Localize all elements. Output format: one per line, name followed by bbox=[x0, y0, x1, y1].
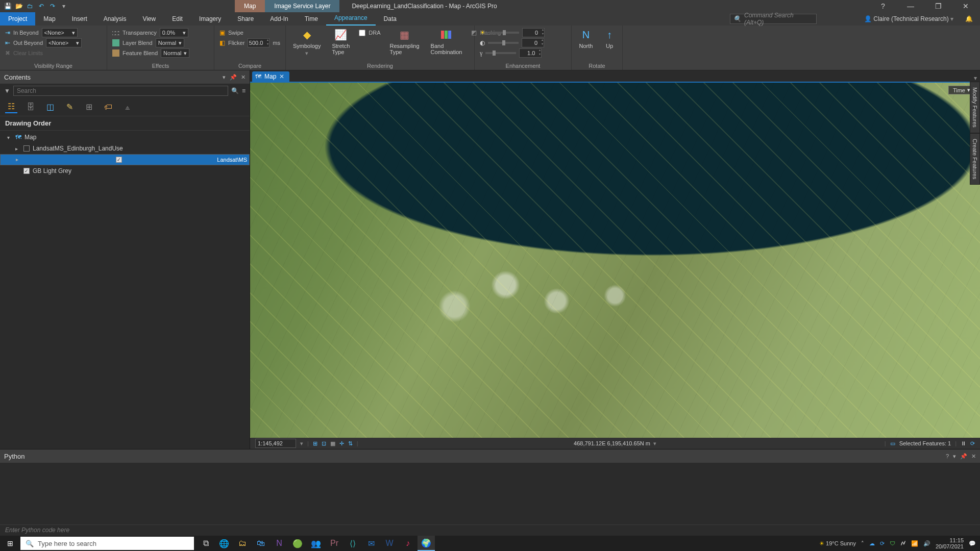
layer-visibility-checkbox[interactable]: ✓ bbox=[116, 157, 122, 163]
list-by-editing-button[interactable]: ✎ bbox=[63, 101, 76, 113]
pane-close-icon[interactable]: ✕ bbox=[971, 453, 976, 460]
tab-time[interactable]: Time bbox=[297, 12, 326, 26]
tray-volume-icon[interactable]: 🔊 bbox=[923, 540, 930, 547]
stretch-type-button[interactable]: 📈Stretch Type bbox=[330, 28, 352, 55]
status-tool-3[interactable]: ▦ bbox=[330, 440, 335, 447]
close-button[interactable]: ✕ bbox=[957, 0, 975, 12]
transparency-select[interactable]: 0.0%▾ bbox=[160, 28, 188, 37]
help-button[interactable]: ? bbox=[874, 0, 892, 12]
list-by-perspective-button[interactable]: ⟁ bbox=[121, 101, 134, 113]
app-word[interactable]: W bbox=[381, 536, 398, 551]
create-features-tab[interactable]: Create Features bbox=[970, 133, 980, 185]
app-outlook[interactable]: ✉ bbox=[362, 536, 380, 551]
rotate-north-button[interactable]: NNorth bbox=[577, 28, 595, 49]
tray-av-icon[interactable]: 🛡 bbox=[890, 540, 895, 546]
minimize-button[interactable]: — bbox=[901, 0, 920, 12]
tray-chevron-icon[interactable]: ˄ bbox=[861, 540, 864, 547]
contents-search-input[interactable] bbox=[13, 86, 228, 96]
tab-share[interactable]: Share bbox=[229, 12, 262, 26]
app-premiere[interactable]: Pr bbox=[326, 536, 343, 551]
pause-drawing-icon[interactable]: ⏸ bbox=[961, 440, 966, 446]
tray-sync-icon[interactable]: ⟳ bbox=[880, 540, 885, 547]
status-tool-2[interactable]: ⊡ bbox=[322, 440, 326, 447]
status-tool-1[interactable]: ⊞ bbox=[313, 440, 317, 447]
weather-widget[interactable]: ☀ 19°C Sunny bbox=[819, 540, 856, 547]
app-arcgis-pro[interactable]: 🌍 bbox=[418, 536, 435, 551]
flicker-button[interactable]: Flicker bbox=[228, 40, 244, 46]
tray-wifi-icon[interactable]: 📶 bbox=[911, 540, 918, 547]
tab-analysis[interactable]: Analysis bbox=[95, 12, 135, 26]
python-output[interactable] bbox=[0, 463, 980, 524]
action-center-icon[interactable]: 💬 bbox=[969, 540, 976, 547]
expand-icon[interactable]: ▸ bbox=[16, 156, 21, 164]
modify-features-tab[interactable]: Modify Features bbox=[970, 82, 980, 133]
collapse-icon[interactable]: ▾ bbox=[7, 135, 12, 140]
resampling-type-button[interactable]: ▦Resampling Type bbox=[388, 28, 422, 55]
layer-visibility-checkbox[interactable]: ✓ bbox=[23, 168, 30, 174]
search-menu-icon[interactable]: ≡ bbox=[242, 87, 246, 94]
tab-imagery[interactable]: Imagery bbox=[191, 12, 229, 26]
list-by-selection-button[interactable]: ◫ bbox=[44, 101, 56, 113]
scale-input[interactable]: 1:145,492 bbox=[255, 439, 296, 448]
contrast-slider[interactable] bbox=[488, 42, 519, 44]
flicker-value[interactable]: 500.0 bbox=[248, 38, 270, 47]
contrast-value[interactable]: 0 bbox=[522, 38, 544, 47]
feature-blend-select[interactable]: Normal▾ bbox=[161, 48, 189, 58]
tray-clock[interactable]: 11:15 20/07/2021 bbox=[936, 537, 964, 549]
taskbar-search[interactable]: 🔍 Type here to search bbox=[20, 537, 194, 550]
notifications-button[interactable]: 🔔 bbox=[965, 12, 973, 26]
tray-battery-icon[interactable]: 🗲 bbox=[900, 540, 906, 546]
search-icon[interactable]: 🔍 bbox=[231, 87, 239, 94]
app-teams[interactable]: 👥 bbox=[307, 536, 325, 551]
filter-icon[interactable]: ▼ bbox=[4, 87, 10, 94]
refresh-icon[interactable]: ⟳ bbox=[970, 440, 975, 447]
coords-dropdown-icon[interactable]: ▾ bbox=[653, 440, 656, 447]
open-icon[interactable]: 📂 bbox=[14, 2, 23, 11]
tree-layer-landuse[interactable]: ▸ LandsatMS_Edinburgh_LandUse bbox=[0, 143, 250, 154]
app-explorer[interactable]: 🗂 bbox=[234, 536, 251, 551]
command-search[interactable]: 🔍 Command Search (Alt+Q) bbox=[730, 14, 817, 24]
selected-features-label[interactable]: Selected Features: 1 bbox=[899, 440, 951, 446]
tab-view[interactable]: View bbox=[134, 12, 164, 26]
pane-help-icon[interactable]: ? bbox=[946, 453, 949, 460]
tab-insert[interactable]: Insert bbox=[64, 12, 95, 26]
band-combination-button[interactable]: Band Combination bbox=[429, 28, 464, 55]
dra-checkbox[interactable] bbox=[359, 30, 365, 36]
layer-blend-select[interactable]: Normal▾ bbox=[156, 38, 184, 47]
customize-qat-icon[interactable]: ▾ bbox=[59, 2, 68, 11]
folder-icon[interactable]: 🗀 bbox=[26, 2, 35, 11]
tab-edit[interactable]: Edit bbox=[164, 12, 191, 26]
status-tool-4[interactable]: ✛ bbox=[339, 440, 344, 447]
app-chrome[interactable]: 🟢 bbox=[289, 536, 306, 551]
pane-close-icon[interactable]: ✕ bbox=[241, 74, 246, 81]
close-tab-icon[interactable]: ✕ bbox=[279, 71, 284, 82]
task-view-button[interactable]: ⧉ bbox=[197, 536, 214, 551]
status-tool-5[interactable]: ⇅ bbox=[348, 440, 353, 447]
maximize-button[interactable]: ❐ bbox=[929, 0, 947, 12]
start-button[interactable]: ⊞ bbox=[0, 539, 20, 547]
brightness-value[interactable]: 0 bbox=[522, 28, 545, 37]
app-onenote[interactable]: N bbox=[271, 536, 288, 551]
tree-layer-landsat-ms[interactable]: ▸ ✓ Landsat\MS bbox=[0, 154, 250, 165]
python-input[interactable]: Enter Python code here bbox=[0, 524, 980, 536]
list-by-labeling-button[interactable]: 🏷 bbox=[102, 101, 114, 113]
pane-autohide-icon[interactable]: 📌 bbox=[230, 74, 237, 81]
rotate-up-button[interactable]: ↑Up bbox=[600, 28, 619, 49]
app-edge[interactable]: 🌐 bbox=[215, 536, 233, 551]
app-store[interactable]: 🛍 bbox=[252, 536, 270, 551]
app-vscode[interactable]: ⟨⟩ bbox=[344, 536, 361, 551]
list-by-snapping-button[interactable]: ⊞ bbox=[83, 101, 95, 113]
app-itunes[interactable]: ♪ bbox=[399, 536, 416, 551]
tab-map[interactable]: Map bbox=[35, 12, 63, 26]
scale-dropdown-icon[interactable]: ▾ bbox=[300, 440, 303, 447]
symbology-button[interactable]: ◆Symbology▾ bbox=[291, 28, 323, 57]
redo-icon[interactable]: ↷ bbox=[48, 2, 57, 11]
view-menu-icon[interactable]: ▾ bbox=[974, 74, 980, 82]
user-account[interactable]: 👤 Claire (Technical Research) ▾ bbox=[864, 12, 953, 26]
tree-layer-basemap[interactable]: ✓ GB Light Grey bbox=[0, 165, 250, 177]
pane-autohide-icon[interactable]: 📌 bbox=[960, 453, 967, 460]
tree-map-node[interactable]: ▾ 🗺 Map bbox=[0, 132, 250, 143]
save-icon[interactable]: 💾 bbox=[3, 2, 12, 11]
gamma-slider[interactable] bbox=[485, 52, 516, 54]
layer-visibility-checkbox[interactable] bbox=[23, 145, 30, 152]
